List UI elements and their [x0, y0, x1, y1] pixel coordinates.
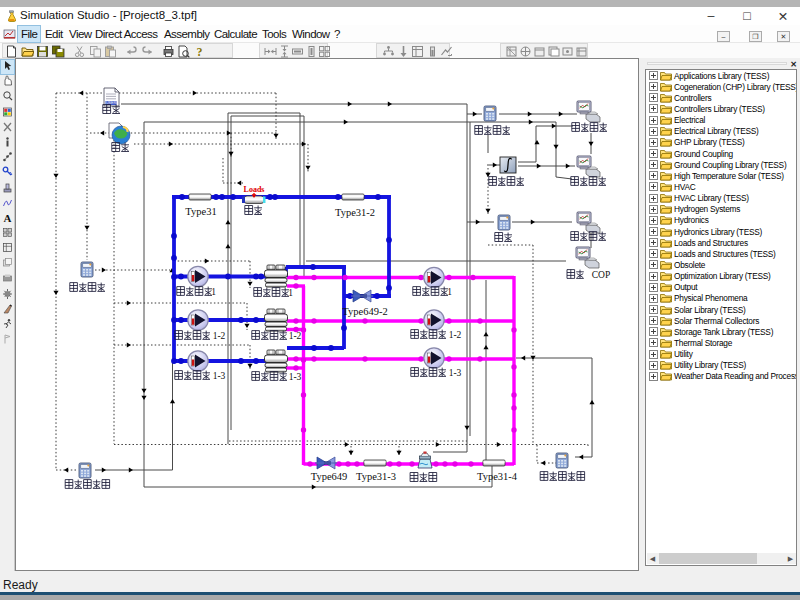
- svg-text:Type31-2: Type31-2: [335, 207, 375, 218]
- svg-text:A: A: [4, 212, 12, 224]
- svg-text:1: 1: [211, 287, 216, 297]
- svg-text:1-2: 1-2: [289, 331, 302, 341]
- svg-text:1-3: 1-3: [213, 371, 226, 381]
- svg-text:Type31: Type31: [185, 206, 216, 217]
- svg-text:COP: COP: [592, 270, 610, 280]
- svg-text:?: ?: [196, 45, 202, 58]
- svg-text:1-2: 1-2: [213, 331, 226, 341]
- svg-text:1: 1: [288, 288, 293, 298]
- svg-text:1-3: 1-3: [289, 372, 302, 382]
- svg-text:Type649: Type649: [311, 471, 348, 482]
- svg-text:1: 1: [447, 287, 452, 297]
- svg-text:Type649-2: Type649-2: [342, 306, 387, 317]
- svg-text:Loads: Loads: [244, 185, 265, 194]
- svg-text:1-2: 1-2: [449, 330, 462, 340]
- svg-text:Type31-3: Type31-3: [356, 471, 396, 482]
- svg-text:Type31-4: Type31-4: [477, 471, 518, 482]
- svg-text:1-3: 1-3: [449, 368, 462, 378]
